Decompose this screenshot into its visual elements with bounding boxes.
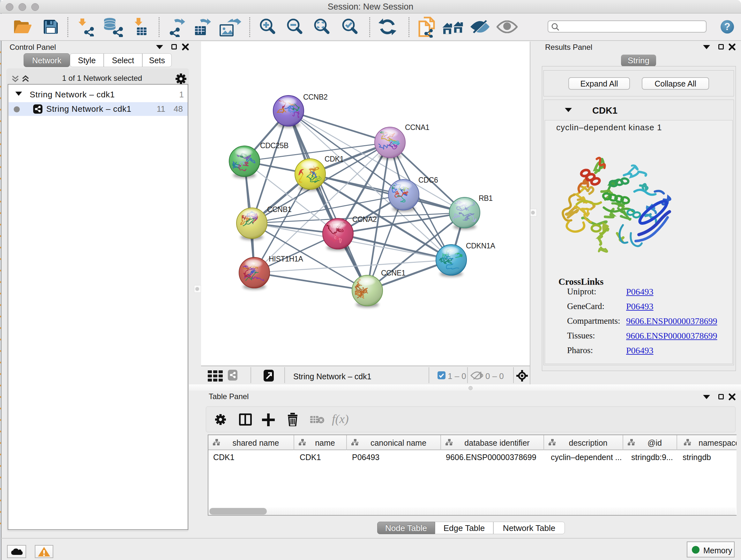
svg-text:CCNB1: CCNB1 — [267, 205, 291, 213]
svg-text:CCNB2: CCNB2 — [303, 93, 327, 101]
svg-text:HIST1H1A: HIST1H1A — [269, 255, 303, 263]
svg-text:CCNA2: CCNA2 — [352, 215, 377, 224]
svg-text:CCNA1: CCNA1 — [405, 123, 429, 132]
svg-text:RB1: RB1 — [479, 194, 493, 202]
svg-text:CCNE1: CCNE1 — [381, 269, 405, 277]
svg-text:CDK1: CDK1 — [325, 155, 344, 163]
svg-text:CDC25B: CDC25B — [260, 141, 288, 150]
svg-text:CDKN1A: CDKN1A — [466, 242, 495, 250]
svg-text:CDC6: CDC6 — [418, 176, 438, 184]
